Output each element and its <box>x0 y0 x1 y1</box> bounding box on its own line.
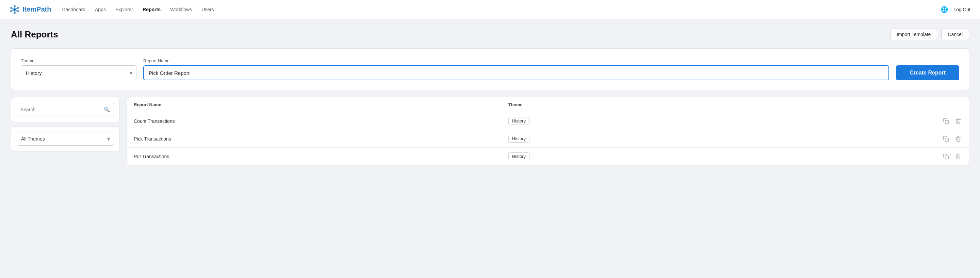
navbar: ItemPath Dashboard Apps Explorer Reports… <box>0 0 980 19</box>
search-panel: 🔍 <box>11 97 120 122</box>
svg-point-5 <box>10 10 12 12</box>
create-report-button[interactable]: Create Report <box>896 65 959 80</box>
table-header: Report Name Theme <box>127 97 969 112</box>
nav-apps[interactable]: Apps <box>95 7 106 12</box>
theme-label: Theme <box>21 58 137 63</box>
app-logo[interactable]: ItemPath <box>10 5 51 14</box>
cell-actions <box>740 112 969 130</box>
cell-report-name: Pick Transactions <box>127 130 501 148</box>
cancel-button[interactable]: Cancel <box>941 29 969 40</box>
svg-line-9 <box>12 8 13 9</box>
svg-point-2 <box>14 12 16 14</box>
trash-icon <box>955 136 961 142</box>
cell-theme: History <box>501 148 740 165</box>
trash-icon <box>955 118 961 124</box>
nav-right: 🌐 Log Out <box>940 6 970 13</box>
theme-form-group: Theme History ▾ <box>21 58 137 80</box>
table-row: Pick Transactions History <box>127 130 969 148</box>
col-report-name: Report Name <box>127 97 501 112</box>
nav-dashboard[interactable]: Dashboard <box>62 7 86 12</box>
svg-rect-14 <box>945 138 949 141</box>
filter-select-wrapper: All Themes History ▾ <box>17 132 114 146</box>
filter-panel: All Themes History ▾ <box>11 126 120 151</box>
svg-line-10 <box>16 8 17 9</box>
copy-button[interactable] <box>942 118 950 125</box>
logo-icon <box>10 5 20 14</box>
delete-button[interactable] <box>955 118 962 125</box>
table-header-row: Report Name Theme <box>127 97 969 112</box>
reports-table: Report Name Theme Count Transactions His… <box>127 97 969 165</box>
cell-report-name: Count Transactions <box>127 112 501 130</box>
delete-button[interactable] <box>955 135 962 143</box>
page-header: All Reports Import Template Cancel <box>11 29 969 40</box>
nav-users[interactable]: Users <box>202 7 214 12</box>
copy-icon <box>943 154 949 160</box>
cell-theme: History <box>501 112 740 130</box>
filter-themes-select[interactable]: All Themes History <box>17 132 114 146</box>
theme-badge: History <box>508 153 530 160</box>
cell-actions <box>740 130 969 148</box>
svg-rect-13 <box>945 120 949 124</box>
globe-icon[interactable]: 🌐 <box>940 6 948 13</box>
nav-links: Dashboard Apps Explorer Reports Workflow… <box>62 7 930 12</box>
cell-theme: History <box>501 130 740 148</box>
copy-icon <box>943 136 949 142</box>
search-input-wrapper: 🔍 <box>17 103 114 116</box>
search-input[interactable] <box>21 107 104 112</box>
page-content: All Reports Import Template Cancel Theme… <box>0 19 980 175</box>
svg-line-11 <box>12 10 13 11</box>
report-name-input[interactable] <box>143 65 889 80</box>
row-actions <box>747 153 962 160</box>
svg-point-0 <box>13 8 16 11</box>
row-actions <box>747 135 962 143</box>
copy-button[interactable] <box>942 135 950 143</box>
copy-icon <box>943 118 949 124</box>
reports-table-panel: Report Name Theme Count Transactions His… <box>127 97 969 165</box>
svg-point-1 <box>14 5 16 7</box>
col-theme: Theme <box>501 97 740 112</box>
trash-icon <box>955 154 961 160</box>
left-panel: 🔍 All Themes History ▾ <box>11 97 120 165</box>
table-body: Count Transactions History <box>127 112 969 165</box>
delete-button[interactable] <box>955 153 962 160</box>
report-name-form-group: Report Name <box>143 58 889 80</box>
header-actions: Import Template Cancel <box>890 29 969 40</box>
nav-explorer[interactable]: Explorer <box>115 7 133 12</box>
cell-report-name: Put Transactions <box>127 148 501 165</box>
app-logo-text: ItemPath <box>22 5 51 13</box>
row-actions <box>747 118 962 125</box>
svg-point-6 <box>17 10 19 12</box>
theme-select[interactable]: History <box>21 65 137 80</box>
search-icon-button[interactable]: 🔍 <box>104 106 110 113</box>
page-title: All Reports <box>11 29 58 40</box>
svg-point-4 <box>17 7 19 9</box>
theme-select-wrapper: History ▾ <box>21 65 137 80</box>
report-name-label: Report Name <box>143 58 889 63</box>
logout-button[interactable]: Log Out <box>953 7 970 12</box>
nav-reports[interactable]: Reports <box>143 7 161 12</box>
main-layout: 🔍 All Themes History ▾ Report <box>11 97 969 165</box>
copy-button[interactable] <box>942 153 950 160</box>
svg-line-12 <box>16 10 17 11</box>
table-row: Count Transactions History <box>127 112 969 130</box>
nav-workflows[interactable]: Workflows <box>170 7 192 12</box>
import-template-button[interactable]: Import Template <box>890 29 937 40</box>
theme-badge: History <box>508 135 530 143</box>
svg-rect-15 <box>945 156 949 159</box>
svg-point-3 <box>10 7 12 9</box>
cell-actions <box>740 148 969 165</box>
theme-badge: History <box>508 117 530 125</box>
form-card: Theme History ▾ Report Name Create Repor… <box>11 48 969 90</box>
search-icon: 🔍 <box>104 106 110 113</box>
table-row: Put Transactions History <box>127 148 969 165</box>
col-actions <box>740 97 969 112</box>
